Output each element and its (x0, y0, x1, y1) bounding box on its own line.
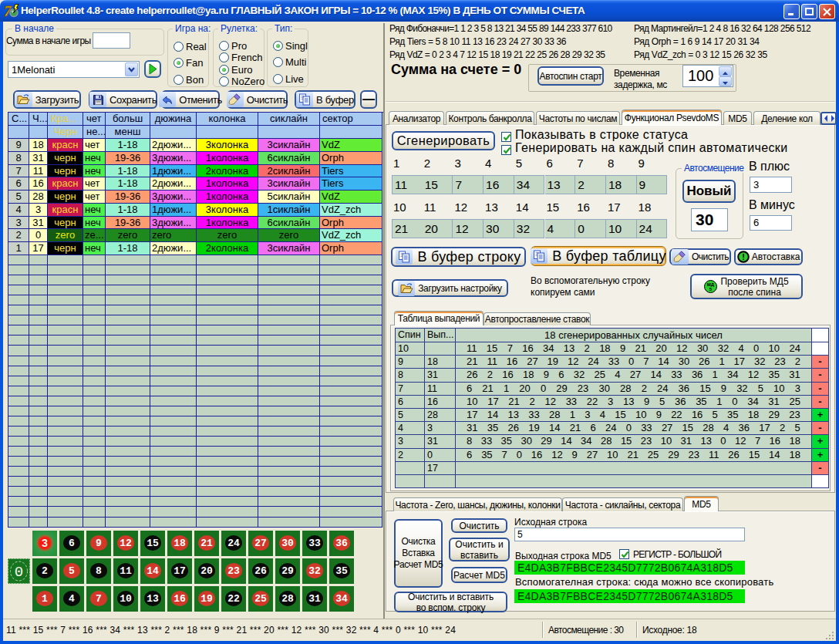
svg-text:!: ! (742, 252, 745, 261)
svg-text:0: 0 (15, 564, 23, 581)
svg-text:7: 7 (4, 3, 12, 19)
